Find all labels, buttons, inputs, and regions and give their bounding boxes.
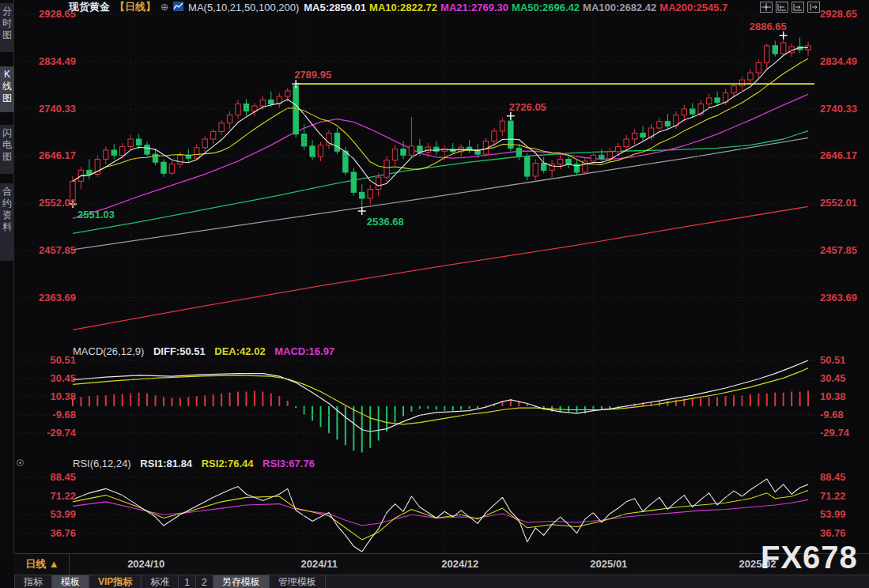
axis-tick-label: 2834.49 <box>21 55 76 67</box>
scale-axis-right-icon[interactable] <box>792 2 804 13</box>
price-annotation: 2551.03 <box>77 209 115 220</box>
pan-right-icon[interactable] <box>807 2 820 13</box>
price-annotation: 2726.05 <box>509 101 546 113</box>
sidebar-item-selected[interactable]: K线图 <box>0 66 14 112</box>
toolbar-tab-option[interactable]: 指标 <box>14 575 52 588</box>
axis-tick-label: 2363.69 <box>820 292 857 303</box>
time-axis-row: 日线 ▲ 2024/102024/112024/122025/012025/02 <box>14 553 869 575</box>
axis-tick-label: 10.38 <box>21 390 76 402</box>
axis-tick-label: 2363.69 <box>21 292 76 303</box>
symbol-title: 现货黄金 <box>69 0 110 14</box>
axis-tick-label: 30.45 <box>21 372 76 384</box>
axis-tick-label: 2834.49 <box>820 55 857 67</box>
ma-value-label: MA21:2769.30 <box>440 2 508 13</box>
ma-value-label: MA100:2682.42 <box>583 2 656 13</box>
chart-corner-toolbar <box>760 2 820 13</box>
period-badge: 【日线】 <box>115 0 156 14</box>
toolbar-tab-option[interactable]: 标准 <box>142 575 179 588</box>
ma-value-label: MA10:2822.72 <box>369 2 437 13</box>
axis-tick-label: 53.99 <box>21 508 76 520</box>
macd-diff-value: DIFF:50.51 <box>153 345 206 357</box>
date-label: 2024/10 <box>127 558 164 570</box>
ma-value-label: MA5:2859.01 <box>304 2 366 13</box>
axis-tick-label: -9.68 <box>21 409 76 420</box>
macd-dea-value: DEA:42.02 <box>214 345 265 357</box>
axis-tick-label: 2646.17 <box>820 149 857 161</box>
price-annotation: 2886.65 <box>750 21 787 32</box>
rsi2-value: RSI2:76.44 <box>202 458 254 469</box>
axis-tick-label: 2928.65 <box>820 8 857 20</box>
axis-tick-label: 88.45 <box>21 471 76 483</box>
ma-value-label: MA200:2545.7 <box>659 2 727 13</box>
price-annotation: 2789.95 <box>294 69 331 81</box>
axis-tick-label: -29.74 <box>820 427 849 439</box>
axis-tick-label: 2552.01 <box>820 197 857 209</box>
rsi-title: RSI(6,12,24) <box>73 458 131 469</box>
toolbar-tab-option[interactable]: 1 <box>179 575 196 588</box>
rsi-header: RSI(6,12,24) RSI1:81.84 RSI2:76.44 RSI3:… <box>73 458 321 469</box>
macd-macd-value: MACD:16.97 <box>274 345 334 357</box>
add-indicator-icon[interactable]: ⊕ <box>161 2 168 13</box>
axis-tick-label: 71.22 <box>21 490 76 502</box>
toolbar-tab-selected[interactable]: 模板 <box>52 575 89 588</box>
sidebar-item-option[interactable]: 分时图 <box>0 3 14 52</box>
chart-header: 现货黄金 【日线】 ⊕ MA(5,10,21,50,100,200) MA5:2… <box>69 1 731 13</box>
sidebar-item-option[interactable]: 闪电图 <box>0 125 14 174</box>
watermark: FX678 <box>761 540 858 575</box>
date-label: 2025/01 <box>590 558 627 570</box>
axis-tick-label: 50.51 <box>820 354 846 366</box>
axis-tick-label: 88.45 <box>820 471 846 483</box>
rsi-panel-settings-icon[interactable] <box>17 459 24 466</box>
date-label: 2024/11 <box>301 558 338 570</box>
chart-canvas[interactable] <box>0 0 869 588</box>
chart-type-icon <box>173 0 183 14</box>
axis-tick-label: -9.68 <box>820 409 844 420</box>
axis-tick-label: 10.38 <box>820 390 846 402</box>
axis-tick-label: 2646.17 <box>21 149 76 161</box>
axis-tick-label: 2457.85 <box>820 244 857 256</box>
axis-tick-label: 2457.85 <box>21 244 76 256</box>
axis-tick-label: 2552.01 <box>21 197 76 209</box>
ma-legend: MA5:2859.01MA10:2822.72MA21:2769.30MA50:… <box>304 2 731 13</box>
macd-header: MACD(26,12,9) DIFF:50.51 DEA:42.02 MACD:… <box>73 345 341 357</box>
toolbar-tab-vip[interactable]: VIP指标 <box>89 575 142 588</box>
toolbar-tab-selected[interactable]: 另存模板 <box>213 575 270 588</box>
date-label: 2024/12 <box>441 558 478 570</box>
toolbar-tab-option[interactable]: 管理模板 <box>270 575 326 588</box>
scale-axis-left-icon[interactable] <box>776 2 788 13</box>
macd-title: MACD(26,12,9) <box>73 345 144 357</box>
price-annotation: 2536.68 <box>367 216 404 228</box>
rsi1-value: RSI1:81.84 <box>140 458 192 469</box>
chart-app: 分时图K线图闪电图合约资料 现货黄金 【日线】 ⊕ MA(5,10,21,50,… <box>0 0 869 588</box>
axis-tick-label: 2740.33 <box>820 103 857 115</box>
axis-tick-label: 30.45 <box>820 372 846 384</box>
rsi3-value: RSI3:67.76 <box>263 458 315 469</box>
axis-tick-label: 50.51 <box>21 354 76 366</box>
toolbar-tab-option[interactable]: 2 <box>196 575 213 588</box>
crosshair-icon[interactable] <box>760 2 773 13</box>
sidebar: 分时图K线图闪电图合约资料 <box>0 0 14 553</box>
axis-tick-label: 53.99 <box>820 508 846 520</box>
bottom-toolbar: 指标模板VIP指标标准12另存模板管理模板 <box>14 575 869 588</box>
axis-tick-label: 36.76 <box>820 527 846 539</box>
period-selector-button[interactable]: 日线 ▲ <box>16 554 70 575</box>
axis-tick-label: 36.76 <box>21 527 76 539</box>
axis-tick-label: 2740.33 <box>21 103 76 115</box>
axis-tick-label: 71.22 <box>820 490 846 502</box>
sidebar-item-option[interactable]: 合约资料 <box>0 183 14 261</box>
axis-tick-label: -29.74 <box>21 427 76 439</box>
ma-value-label: MA50:2696.42 <box>512 2 580 13</box>
ma-settings-label: MA(5,10,21,50,100,200) <box>188 2 299 13</box>
axis-tick-label: 2928.65 <box>21 8 76 20</box>
